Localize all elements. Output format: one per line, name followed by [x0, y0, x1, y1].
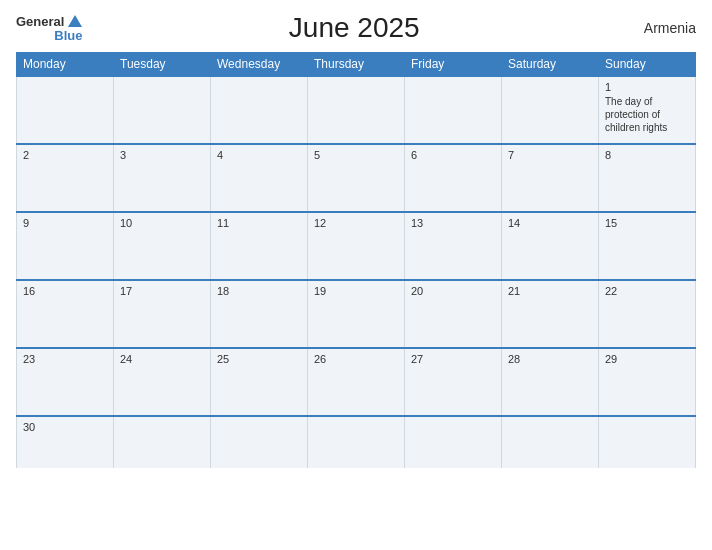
calendar-cell	[405, 76, 502, 144]
calendar-table: Monday Tuesday Wednesday Thursday Friday…	[16, 52, 696, 468]
day-number: 14	[508, 217, 592, 229]
day-number: 28	[508, 353, 592, 365]
calendar-cell	[114, 76, 211, 144]
day-number: 24	[120, 353, 204, 365]
day-number: 4	[217, 149, 301, 161]
day-number: 15	[605, 217, 689, 229]
header-tuesday: Tuesday	[114, 53, 211, 77]
calendar-cell: 19	[308, 280, 405, 348]
calendar-week-row: 2345678	[17, 144, 696, 212]
calendar-cell: 29	[599, 348, 696, 416]
header-thursday: Thursday	[308, 53, 405, 77]
calendar-week-row: 23242526272829	[17, 348, 696, 416]
day-number: 13	[411, 217, 495, 229]
calendar-cell: 9	[17, 212, 114, 280]
day-number: 26	[314, 353, 398, 365]
day-number: 8	[605, 149, 689, 161]
calendar-cell: 18	[211, 280, 308, 348]
calendar-cell	[211, 76, 308, 144]
calendar-cell: 16	[17, 280, 114, 348]
calendar-week-row: 16171819202122	[17, 280, 696, 348]
calendar-cell: 21	[502, 280, 599, 348]
day-event: The day of protection of children rights	[605, 95, 689, 134]
day-number: 10	[120, 217, 204, 229]
header-sunday: Sunday	[599, 53, 696, 77]
day-number: 30	[23, 421, 107, 433]
day-number: 7	[508, 149, 592, 161]
calendar-cell: 6	[405, 144, 502, 212]
day-number: 27	[411, 353, 495, 365]
calendar-cell: 22	[599, 280, 696, 348]
calendar-cell: 1The day of protection of children right…	[599, 76, 696, 144]
header-wednesday: Wednesday	[211, 53, 308, 77]
header-saturday: Saturday	[502, 53, 599, 77]
calendar-cell: 5	[308, 144, 405, 212]
day-number: 25	[217, 353, 301, 365]
calendar-cell: 15	[599, 212, 696, 280]
day-number: 16	[23, 285, 107, 297]
calendar-page: General Blue June 2025 Armenia Monday Tu…	[0, 0, 712, 550]
country-label: Armenia	[626, 20, 696, 36]
calendar-week-row: 9101112131415	[17, 212, 696, 280]
calendar-cell: 27	[405, 348, 502, 416]
day-number: 29	[605, 353, 689, 365]
calendar-title: June 2025	[82, 12, 626, 44]
logo-general-text: General	[16, 15, 64, 28]
calendar-cell	[502, 416, 599, 468]
day-number: 5	[314, 149, 398, 161]
calendar-cell: 8	[599, 144, 696, 212]
logo-triangle-icon	[68, 15, 82, 27]
calendar-cell	[211, 416, 308, 468]
calendar-cell	[308, 416, 405, 468]
calendar-cell: 26	[308, 348, 405, 416]
calendar-cell: 20	[405, 280, 502, 348]
weekday-header-row: Monday Tuesday Wednesday Thursday Friday…	[17, 53, 696, 77]
header-friday: Friday	[405, 53, 502, 77]
calendar-cell: 11	[211, 212, 308, 280]
calendar-cell	[599, 416, 696, 468]
calendar-cell: 17	[114, 280, 211, 348]
calendar-cell: 12	[308, 212, 405, 280]
calendar-cell: 4	[211, 144, 308, 212]
calendar-cell	[17, 76, 114, 144]
day-number: 17	[120, 285, 204, 297]
logo-blue-text: Blue	[54, 29, 82, 42]
day-number: 21	[508, 285, 592, 297]
day-number: 6	[411, 149, 495, 161]
day-number: 2	[23, 149, 107, 161]
calendar-cell: 7	[502, 144, 599, 212]
day-number: 20	[411, 285, 495, 297]
calendar-cell	[502, 76, 599, 144]
day-number: 23	[23, 353, 107, 365]
calendar-cell: 10	[114, 212, 211, 280]
calendar-cell: 2	[17, 144, 114, 212]
day-number: 22	[605, 285, 689, 297]
calendar-week-row: 1The day of protection of children right…	[17, 76, 696, 144]
calendar-cell: 14	[502, 212, 599, 280]
header-monday: Monday	[17, 53, 114, 77]
calendar-cell: 3	[114, 144, 211, 212]
calendar-cell	[405, 416, 502, 468]
calendar-cell: 25	[211, 348, 308, 416]
day-number: 3	[120, 149, 204, 161]
day-number: 19	[314, 285, 398, 297]
day-number: 11	[217, 217, 301, 229]
day-number: 12	[314, 217, 398, 229]
calendar-cell: 23	[17, 348, 114, 416]
calendar-week-row: 30	[17, 416, 696, 468]
header: General Blue June 2025 Armenia	[16, 12, 696, 44]
calendar-cell: 24	[114, 348, 211, 416]
calendar-cell: 30	[17, 416, 114, 468]
calendar-cell	[114, 416, 211, 468]
calendar-cell: 28	[502, 348, 599, 416]
calendar-cell: 13	[405, 212, 502, 280]
day-number: 18	[217, 285, 301, 297]
day-number: 9	[23, 217, 107, 229]
logo: General Blue	[16, 15, 82, 42]
day-number: 1	[605, 81, 689, 93]
calendar-cell	[308, 76, 405, 144]
